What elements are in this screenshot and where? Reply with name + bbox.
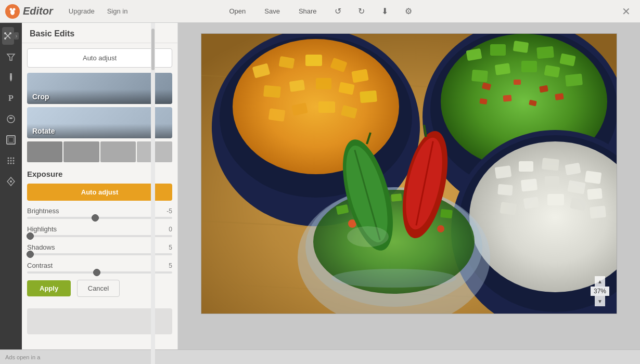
thumb-1[interactable] [27,141,62,162]
svg-point-22 [13,163,15,164]
svg-rect-83 [590,205,606,218]
zoom-down-button[interactable]: ▼ [595,296,605,306]
logo: Editor [5,4,53,19]
svg-rect-78 [587,188,603,200]
texture-icon-btn[interactable] [2,152,20,170]
highlights-label: Highlights [27,225,57,233]
svg-point-19 [13,160,15,162]
contrast-label: Contrast [27,262,53,269]
svg-rect-51 [513,41,529,53]
text-icon-btn[interactable]: P [2,89,20,107]
svg-rect-79 [500,202,517,215]
svg-rect-56 [521,61,537,72]
shadows-value: 5 [169,244,172,251]
shadows-thumb[interactable] [27,251,34,258]
undo-button[interactable]: ↺ [331,4,344,18]
image-container: ▲ 37% ▼ [201,33,617,314]
svg-point-15 [10,158,12,159]
svg-rect-63 [503,95,512,101]
apply-button[interactable]: Apply [27,280,71,296]
svg-marker-9 [10,80,12,82]
thumb-2[interactable] [63,141,99,162]
svg-rect-69 [495,165,512,179]
sidebar-title: Basic Edits [30,29,74,38]
top-bar-right: ✕ [618,3,635,20]
sticker-icon-btn[interactable] [2,110,20,128]
svg-rect-58 [565,73,583,86]
svg-point-99 [437,225,444,232]
bottom-ads-text: Ads open in a [5,354,40,360]
bottom-bar: Ads open in a [0,349,640,364]
top-nav: Upgrade Sign in [63,4,133,18]
open-button[interactable]: Open [225,5,250,17]
expand-icon[interactable]: › [14,32,19,40]
food-image [201,34,617,314]
svg-point-18 [10,160,12,162]
effects-icon-btn[interactable] [2,27,14,45]
logo-text: Editor [23,5,53,17]
thumb-3[interactable] [100,141,136,162]
filter-icon-btn[interactable] [2,48,20,66]
cancel-button[interactable]: Cancel [77,280,120,297]
sidebar: Basic Edits Auto adjust Crop Rotate Expo… [22,23,178,349]
signin-link[interactable]: Sign in [102,4,133,18]
svg-rect-37 [263,85,281,98]
svg-point-23 [10,180,12,183]
svg-point-2 [10,10,15,15]
contrast-value: 5 [169,262,172,269]
brightness-value: -5 [167,207,172,215]
contrast-thumb[interactable] [93,269,100,276]
upgrade-link[interactable]: Upgrade [63,4,100,18]
canvas-area: ▲ 37% ▼ [178,23,640,349]
redo-button[interactable]: ↻ [355,4,368,18]
icon-rail: › P [0,23,22,349]
save-button[interactable]: Save [260,5,284,17]
zoom-indicator: ▲ 37% ▼ [591,276,609,306]
svg-rect-8 [10,73,12,80]
svg-rect-38 [289,80,305,92]
svg-rect-70 [519,161,533,172]
main-area: › P [0,23,640,349]
frame-icon-btn[interactable] [2,131,20,149]
shadows-label: Shadows [27,243,55,251]
share-button[interactable]: Share [295,5,321,17]
svg-point-108 [347,226,389,247]
svg-rect-62 [479,98,487,105]
svg-rect-55 [495,63,511,75]
svg-point-14 [8,158,9,159]
svg-point-21 [10,163,12,164]
svg-point-17 [8,160,9,162]
logo-icon [5,4,20,19]
svg-rect-71 [542,158,559,171]
svg-rect-41 [360,90,377,103]
svg-rect-54 [471,70,488,83]
zoom-up-button[interactable]: ▲ [595,276,605,287]
svg-rect-76 [545,176,559,187]
svg-rect-50 [490,44,506,56]
top-bar: Editor Upgrade Sign in Open Save Share ↺… [0,0,640,23]
svg-rect-73 [585,171,602,184]
seasonal-icon-btn[interactable] [2,173,20,190]
highlights-value: 0 [169,226,172,233]
svg-rect-44 [318,101,335,113]
rail-top: › [0,27,22,45]
zoom-value: 37% [591,287,609,296]
svg-rect-12 [7,136,15,144]
svg-rect-42 [268,108,286,122]
svg-rect-81 [547,194,564,205]
svg-rect-93 [440,209,453,218]
highlights-thumb[interactable] [27,232,34,240]
draw-icon-btn[interactable] [2,69,20,86]
svg-rect-75 [521,178,537,191]
settings-button[interactable]: ⚙ [402,4,415,18]
svg-rect-13 [8,137,14,142]
svg-rect-74 [497,184,513,196]
close-button[interactable]: ✕ [618,3,635,20]
svg-point-20 [8,163,9,164]
svg-point-109 [331,269,456,288]
download-button[interactable]: ⬇ [378,4,391,18]
toolbar-center: Open Save Share ↺ ↻ ⬇ ⚙ [225,4,415,18]
svg-rect-52 [536,46,554,59]
brightness-thumb[interactable] [92,214,99,222]
svg-rect-90 [391,193,402,202]
